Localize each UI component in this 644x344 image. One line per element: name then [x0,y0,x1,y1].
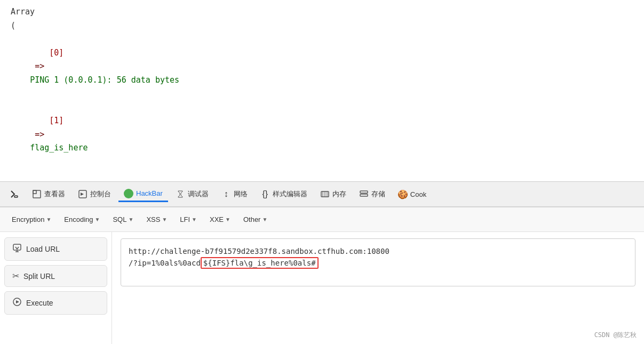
network-icon: ↕ [221,189,231,199]
svg-rect-2 [33,190,36,194]
svg-rect-9 [360,191,368,193]
url-display[interactable]: http://challenge-b7f91579d2e337f8.sandbo… [121,238,635,286]
console-label: 控制台 [90,189,111,199]
url-part2-prefix: /?ip=1%0als%0acd [129,259,201,267]
encoding-label: Encoding [64,215,93,223]
code-line-2: [2] => g_is_here [11,169,633,181]
storage-btn[interactable]: 存储 [354,187,391,201]
inspector-label: 查看器 [44,189,65,199]
style-editor-btn[interactable]: {} 样式编辑器 [255,187,313,201]
code-line-array: Array [11,5,633,19]
execute-label: Execute [26,299,53,307]
execute-icon [12,297,22,309]
code-line-1: [1] => flag_is_here [11,101,633,169]
cookie-icon: 🍪 [398,189,408,199]
menu-other[interactable]: Other ▼ [238,213,273,226]
svg-marker-4 [81,193,84,196]
hackbar-content: Load URL ✂ Split URL Execute http://chal… [0,232,644,344]
sql-chevron: ▼ [128,217,133,222]
menu-lfi[interactable]: LFI ▼ [174,213,202,226]
debugger-icon [176,189,185,199]
hackbar-icon [124,189,133,198]
style-editor-icon: {} [260,189,270,199]
menu-xss[interactable]: XSS ▼ [141,213,172,226]
xss-chevron: ▼ [162,217,167,222]
svg-rect-10 [360,194,368,196]
browser-toolbar: 查看器 控制台 HackBar 调试器 ↕ 网络 {} 样式编辑器 [0,181,644,207]
cookies-btn[interactable]: 🍪 Cook [393,187,432,201]
console-btn[interactable]: 控制台 [73,187,116,201]
cookies-label: Cook [410,190,426,198]
memory-label: 内存 [332,189,346,199]
network-btn[interactable]: ↕ 网络 [216,187,253,201]
load-url-button[interactable]: Load URL [4,237,107,261]
code-line-open: ( [11,19,633,33]
encryption-label: Encryption [12,215,44,223]
menu-encoding[interactable]: Encoding ▼ [59,213,105,226]
menu-sql[interactable]: SQL ▼ [107,213,139,226]
other-label: Other [243,215,261,223]
watermark: CSDN @陈艺秋 [594,331,637,340]
hackbar-menu: Encryption ▼ Encoding ▼ SQL ▼ XSS ▼ LFI … [0,207,644,232]
execute-button[interactable]: Execute [4,291,107,315]
code-line-0: [0] => PING 1 (0.0.0.1): 56 data bytes [11,33,633,101]
code-area: Array ( [0] => PING 1 (0.0.0.1): 56 data… [0,0,644,181]
split-url-label: Split URL [23,272,55,281]
network-label: 网络 [234,189,248,199]
encoding-chevron: ▼ [95,217,100,222]
xss-label: XSS [146,215,160,223]
menu-encryption[interactable]: Encryption ▼ [6,213,57,226]
svg-marker-15 [16,300,19,303]
load-url-label: Load URL [26,245,60,253]
style-editor-label: 样式编辑器 [273,189,307,199]
inspector-btn[interactable]: 查看器 [27,187,70,201]
storage-icon [359,189,369,199]
xxe-label: XXE [210,215,224,223]
split-url-icon: ✂ [12,271,19,281]
load-url-icon [12,243,22,255]
hackbar-url-area: http://challenge-b7f91579d2e337f8.sandbo… [112,232,644,344]
sql-label: SQL [113,215,126,223]
url-highlighted-part: ${IFS}fla\g_is_here%0als# [201,257,319,269]
console-icon [78,189,88,199]
hackbar-panel: Encryption ▼ Encoding ▼ SQL ▼ XSS ▼ LFI … [0,207,644,344]
lfi-label: LFI [180,215,190,223]
lfi-chevron: ▼ [192,217,197,222]
devtools-icon [10,189,19,199]
menu-xxe[interactable]: XXE ▼ [204,213,236,226]
devtools-icon-btn[interactable] [4,187,25,201]
hackbar-btn[interactable]: HackBar [118,187,168,202]
watermark-text: CSDN @陈艺秋 [594,331,637,339]
storage-label: 存储 [371,189,385,199]
encryption-chevron: ▼ [46,217,51,222]
debugger-label: 调试器 [188,189,209,199]
memory-icon [320,189,330,199]
hackbar-label: HackBar [136,189,163,197]
split-url-button[interactable]: ✂ Split URL [4,265,107,287]
debugger-btn[interactable]: 调试器 [170,187,214,201]
svg-rect-0 [14,196,18,197]
inspector-icon [32,189,42,199]
url-part1: http://challenge-b7f91579d2e337f8.sandbo… [129,247,389,255]
memory-btn[interactable]: 内存 [315,187,352,201]
other-chevron: ▼ [262,217,267,222]
svg-rect-1 [33,190,41,198]
xxe-chevron: ▼ [225,217,230,222]
hackbar-sidebar: Load URL ✂ Split URL Execute [0,232,112,344]
